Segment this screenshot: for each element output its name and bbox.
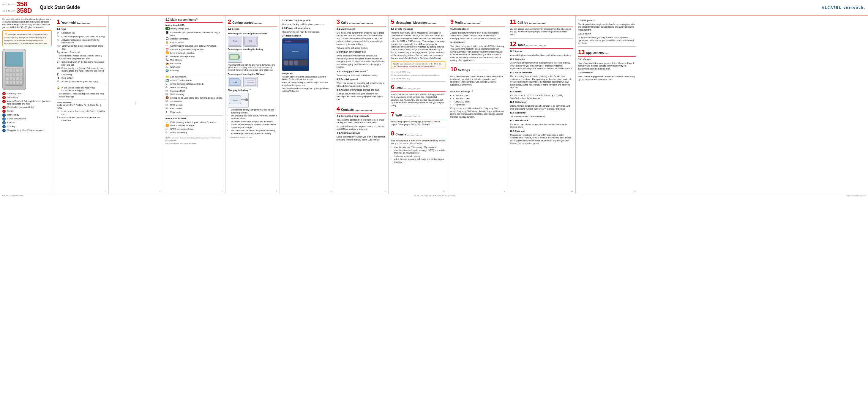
nav-key-text: Navigation key [61,31,75,34]
left-soft-text: Left softkey [61,73,72,76]
callout-2-text: Switch on/Switch off [7,117,26,120]
sim-missing-icon: 💳 [165,75,169,78]
back-cover-img-1: Back [228,36,242,46]
section-2-num: 2 [228,18,231,26]
callout-a-circle: a [2,92,6,95]
charging-fn: (1) [249,89,251,90]
gprs-status-358d: G GPRS connection status [165,128,223,131]
section-2-title: Getting started.......... [232,21,262,25]
battery-symbol [165,27,169,30]
phone-keyboard [5,68,24,86]
gprs-conn-358d: G GPRS connecting [165,131,223,134]
callout-e: e Fn key [2,109,52,113]
gprs-cn-358d-icon: G [165,131,169,134]
callout-4-circle: 4 [2,125,6,128]
section-2-header: 2 Getting started.......... [228,18,277,26]
top-strip: one touch 358 one touch 358D Quick Start… [0,0,868,15]
receiving-text: When you receive an incoming call, press… [337,82,386,87]
battery-icon [165,27,169,31]
music-text: Activate music player (press and hold th… [61,39,106,44]
missed-call-icon: 📞 [165,59,169,62]
wallpaper-label: Wallpaper [292,51,299,53]
alarm-icon: ⏰ [165,48,169,51]
page-getting-started: 2 Getting started.......... 2.1 Set-up R… [225,15,280,194]
switchoff-text: Switch on/Switch off the telephone (pres… [61,61,106,66]
level-net-358d: 📶 Level of network reception. [165,124,223,127]
gprs-connecting-label: GPRS connecting [170,86,187,89]
fn-case: Aa Press and hold: Switch the uppercase … [57,116,106,122]
divider-358d [165,115,223,116]
brand-row-1: one touch 358 [2,1,32,7]
camera-item-1: store them in your 'File manager/My crea… [394,146,445,149]
camera-item-4: select them as incoming call image to a … [394,158,445,163]
intro-text: For more information about how to use th… [2,18,52,29]
callout-5-text: Navigation key: Menu/Confirm an option [7,129,44,132]
key-answer: 📞 Answer: Send a call [57,51,106,54]
charge-step-4: Make sure the battery is correctly inser… [231,123,277,129]
warning-text: Prolonged exposure to music at full volu… [4,34,48,44]
settings-text: From the main menu, select the menu icon… [450,75,505,87]
section-8-header: 8 Camera .................. [391,129,445,138]
sim-img-1: SIM [228,76,242,87]
hang-up-text: To hang up the call, press the key. [337,46,386,49]
nav-key-icon: ⊕ [57,31,61,34]
section-1-2-header: 1.2 Main screen icons(1) [165,18,223,23]
dual-sim-opt-3: • Only SIM2 open [453,100,505,103]
back-cover-img-2: Off [243,36,257,46]
music-player-text: Access this feature from the main menu b… [450,31,505,40]
quickstart-title: Quick Start Guide [40,5,80,10]
callout-4: 4 STM key [2,125,52,128]
battery-note-text: Place the SIM card with the chip facing … [228,64,277,72]
callout-a: a Camera (press) [2,92,52,95]
section-11-num: 11 [510,18,516,26]
section-5-num: 5 [391,18,394,26]
gprs-st-358d-text: GPRS connection status [170,128,193,130]
key-right-soft: ◨ Right softkey [57,76,106,80]
charge-step-5: The outlet must be near to the phone and… [231,129,277,135]
dual-sim-opt-1: • Dual SIM open [453,94,505,97]
battery-fill [166,28,168,29]
wallpaper-area: Wallpaper [283,44,308,59]
divider-tools [510,38,573,39]
back-cover-imgs: Back Off [228,36,277,46]
adding-text: Select the directory in which you wish t… [337,135,386,141]
emergency-header: Making an emergency call [337,51,386,54]
callout-e-circle: e [2,109,6,113]
section-9-header: 9 Media ..................... [450,18,505,26]
page-call-log: 11 Call log ..................... You ca… [507,15,576,194]
battery-img-1 [228,52,242,63]
alarm-header: 12.1 Alarm [510,50,573,53]
net-level-358d-icon: 📶 [165,124,169,127]
create-msg-text: From the main menu select 'Messaging'/'M… [391,31,445,59]
flight-mode-label: Flight mode [170,111,181,114]
mms-receiving-label: MMS receiving. [170,93,184,96]
section-7-title: WAP...................... [395,114,420,118]
charger-img: Charger [228,93,249,107]
subsection-1-1: 1.1 Keys [57,28,106,31]
radio-label: Radio is on. [170,62,181,65]
email-text: Your phone has an email client with the … [391,93,445,107]
sms-unread-icon: ✉ [165,100,169,103]
section-12-header: 12 Tools ........................ [510,40,573,49]
callout-c-text: Answer/Send call Call log (Idle screen) … [7,100,52,105]
page-num-5: 7 [276,190,277,193]
key-4 [16,69,19,72]
widget-2 [289,61,293,65]
divider-dual-sim [450,88,505,88]
center-cross: ✛ [134,100,137,106]
section-9-num: 9 [450,18,454,26]
section-5-title: Messaging / Messages ........... [395,21,437,25]
key-19 [16,81,19,85]
emergency-text: If your phone is covered by the network,… [337,54,386,68]
voicemail-text: Access your voicemail (press and hold) [61,80,98,83]
svg-text:SIM: SIM [233,82,237,84]
keypad-row: 🔒 Keypad locked. [165,41,223,44]
microsd-label: microSD card available. [170,79,192,82]
divider-wap [391,109,445,109]
key-nav: ⊕ Navigation key [57,31,106,34]
358-label: In one touch 358: [165,24,223,27]
page-calls: 3 Calls ............................. 3.… [334,15,389,194]
mms-receiving-icon: ✉ [165,93,169,96]
section-12-title: Tools ........................ [518,43,546,47]
dual-sim-header: Dual SIM settings (1) [450,90,505,93]
